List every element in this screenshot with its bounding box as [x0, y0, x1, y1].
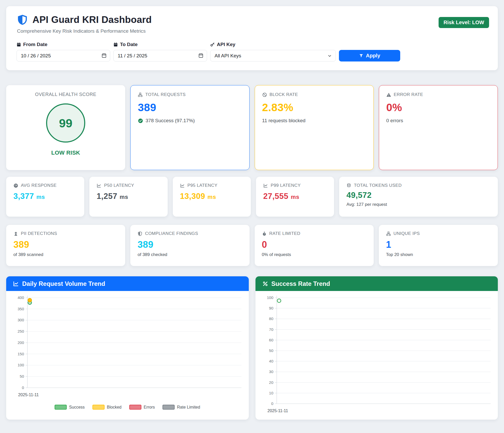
kpi-title: BLOCK RATE [270, 92, 298, 97]
to-date-input[interactable] [113, 50, 207, 61]
kpi-subtitle: 11 requests blocked [262, 118, 366, 123]
kpi-title: ERROR RATE [394, 92, 423, 97]
gauge-icon [13, 183, 18, 188]
filter-icon [359, 54, 363, 58]
success-rate-chart-header: Success Rate Trend [255, 276, 498, 291]
legend-label: Success [69, 405, 84, 410]
daily-volume-chart-legend: SuccessBlockedErrorsRate Limited [12, 405, 243, 410]
kpi-p99-latency: P99 LATENCY 27,555 ms [256, 177, 334, 217]
coins-icon [346, 183, 351, 188]
kpi-value: 49,572 [346, 191, 491, 200]
svg-text:60: 60 [269, 338, 273, 342]
svg-text:0: 0 [271, 401, 273, 406]
kpi-title: P95 LATENCY [187, 183, 218, 188]
kpi-subtitle: 0% of requests [262, 252, 366, 257]
apply-button[interactable]: Apply [339, 50, 400, 61]
kpi-value: 0 [262, 239, 366, 250]
page-subtitle: Comprehensive Key Risk Indicators & Perf… [17, 28, 488, 34]
page-title: API Guard KRI Dashboard [32, 14, 152, 25]
kpi-p95-latency: P95 LATENCY 13,309 ms [173, 177, 251, 217]
legend-label: Errors [144, 405, 155, 410]
kpi-value: 1,257 [97, 192, 117, 201]
svg-text:150: 150 [18, 352, 24, 356]
kpi-value: 27,555 [263, 192, 288, 201]
kpi-error-rate: ERROR RATE 0% 0 errors [379, 85, 498, 170]
kpi-title: PII DETECTIONS [21, 231, 57, 236]
calendar-picker-icon[interactable] [198, 53, 204, 58]
sitemap-icon [138, 92, 143, 97]
daily-volume-chart-body: 0501001502002503003504002025-11-11 Succe… [6, 291, 249, 414]
kpi-unit: ms [208, 194, 216, 200]
sitemap-icon [386, 231, 391, 236]
kpi-value: 2.83% [262, 101, 366, 114]
legend-item[interactable]: Success [55, 405, 84, 410]
dashboard-page: API Guard KRI Dashboard Comprehensive Ke… [0, 0, 504, 426]
kpi-subtitle: of 389 checked [138, 252, 242, 257]
svg-text:250: 250 [18, 329, 24, 333]
kpi-value: 389 [138, 239, 242, 250]
legend-label: Rate Limited [177, 405, 200, 410]
success-rate-chart-body: 01020304050607080901002025-11-11 [255, 291, 498, 420]
legend-item[interactable]: Errors [129, 405, 155, 410]
legend-swatch [55, 405, 67, 410]
kpi-value: 389 [138, 101, 242, 114]
kpi-avg-response: AVG RESPONSE 3,377 ms [6, 177, 84, 217]
kpi-title: UNIQUE IPS [394, 231, 420, 236]
health-score-circle: 99 [46, 103, 85, 143]
svg-text:30: 30 [269, 369, 273, 374]
apply-cell: Apply [339, 42, 400, 61]
percent-icon [262, 281, 268, 287]
stopwatch-icon [262, 231, 267, 236]
kpi-unit: ms [36, 194, 45, 200]
legend-swatch [92, 405, 105, 410]
kpi-subtitle: of 389 scanned [13, 252, 118, 257]
chart-line-icon [97, 183, 101, 188]
api-key-select[interactable]: All API Keys [210, 50, 336, 61]
kpi-total-tokens: TOTAL TOKENS USED 49,572 Avg: 127 per re… [339, 177, 498, 217]
chevron-down-icon [327, 54, 332, 58]
kpi-title: AVG RESPONSE [21, 183, 57, 188]
svg-text:200: 200 [18, 340, 24, 345]
kpi-title: P50 LATENCY [104, 183, 134, 188]
kpi-value: 1 [386, 239, 491, 250]
kpi-title: RATE LIMITED [269, 231, 301, 236]
svg-text:40: 40 [269, 359, 273, 363]
to-date-field: To Date [113, 42, 207, 61]
kpi-title: OVERALL HEALTH SCORE [13, 92, 118, 97]
success-rate-chart-card: Success Rate Trend 010203040506070809010… [255, 276, 498, 420]
svg-text:50: 50 [20, 374, 24, 378]
daily-volume-chart-plot: 0501001502002503003504002025-11-11 [12, 294, 243, 402]
legend-item[interactable]: Blocked [92, 405, 122, 410]
from-date-field: From Date [16, 42, 110, 61]
svg-text:80: 80 [269, 316, 273, 321]
from-date-input[interactable] [16, 50, 110, 61]
kpi-row-2: AVG RESPONSE 3,377 ms P50 LATENCY 1,257 … [6, 177, 498, 217]
health-score-value: 99 [59, 116, 72, 130]
kpi-title: TOTAL TOKENS USED [354, 183, 402, 188]
legend-item[interactable]: Rate Limited [163, 405, 200, 410]
kpi-row-3: PII DETECTIONS 389 of 389 scanned COMPLI… [6, 225, 498, 266]
ban-icon [262, 92, 267, 97]
calendar-icon [16, 42, 21, 47]
chart-line-icon [263, 183, 268, 188]
daily-volume-chart-header: Daily Request Volume Trend [6, 276, 249, 291]
kpi-value: 0% [386, 101, 490, 114]
calendar-picker-icon[interactable] [101, 53, 107, 58]
to-date-label: To Date [113, 42, 207, 47]
api-key-selected-value: All API Keys [215, 53, 241, 59]
shield-logo-icon [16, 14, 28, 26]
chart-line-icon [13, 281, 19, 287]
chart-title: Success Rate Trend [271, 280, 330, 287]
kpi-value: 3,377 [13, 192, 34, 201]
svg-text:100: 100 [18, 363, 24, 367]
health-status: LOW RISK [13, 149, 118, 156]
check-circle-icon [138, 118, 143, 123]
kpi-value: 13,309 [180, 192, 205, 201]
chart-line-icon [180, 183, 185, 188]
kpi-health-score: OVERALL HEALTH SCORE 99 LOW RISK [6, 85, 125, 170]
calendar-icon [113, 42, 118, 47]
kpi-p50-latency: P50 LATENCY 1,257 ms [89, 177, 167, 217]
brand-row: API Guard KRI Dashboard [16, 14, 488, 26]
svg-text:90: 90 [269, 306, 273, 310]
daily-volume-chart-card: Daily Request Volume Trend 0501001502002… [6, 276, 249, 420]
